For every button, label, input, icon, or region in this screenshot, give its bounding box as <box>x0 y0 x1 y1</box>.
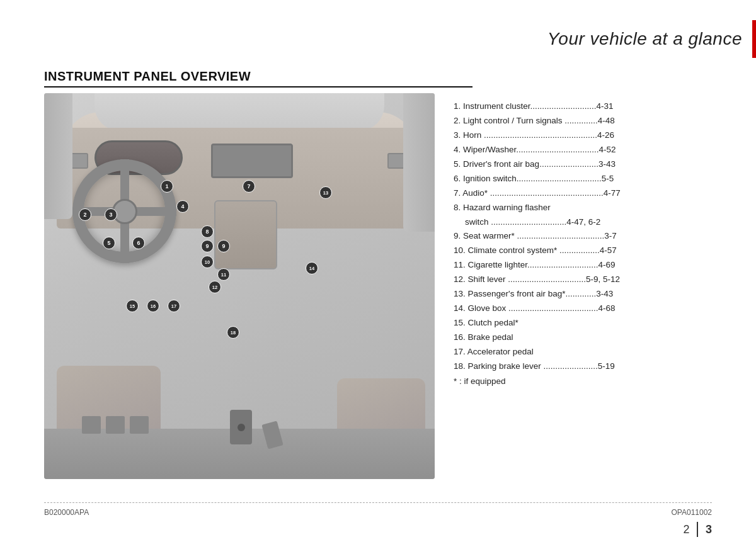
footnote: * : if equipped <box>454 376 712 386</box>
gear-shift <box>230 410 252 444</box>
item-2: 2. Light control / Turn signals ........… <box>454 114 712 128</box>
num-15: 15 <box>126 300 139 312</box>
num-1: 1 <box>161 180 173 193</box>
center-console <box>214 200 277 269</box>
num-16: 16 <box>147 300 159 312</box>
num-2: 2 <box>79 208 91 221</box>
item-13: 13. Passenger's front air bag*..........… <box>454 287 712 302</box>
item-11: 11. Cigarette lighter...................… <box>454 258 712 273</box>
item-12: 12. Shift lever ........................… <box>454 273 712 287</box>
header-red-bar <box>752 20 756 58</box>
item-10: 10. Climate control system* ............… <box>454 244 712 258</box>
bottom-code-right: OPA011002 <box>672 508 713 517</box>
item-16: 16. Brake pedal <box>454 330 712 345</box>
item-1: 1. Instrument cluster...................… <box>454 99 712 114</box>
pedal-2 <box>106 416 125 434</box>
center-display <box>211 144 293 178</box>
item-8: 8. Hazard warning flasher switch .......… <box>454 201 712 230</box>
num-14: 14 <box>306 262 318 274</box>
item-3: 3. Horn ................................… <box>454 128 712 143</box>
item-17: 17. Accelerator pedal <box>454 345 712 359</box>
num-11: 11 <box>217 268 230 281</box>
pedals-area <box>82 416 195 435</box>
num-5: 5 <box>103 237 115 249</box>
num-4: 4 <box>176 200 189 213</box>
num-10-fix: 10 <box>201 256 214 268</box>
page-separator <box>697 522 698 537</box>
pedal-1 <box>82 416 101 434</box>
page-number-2: 2 <box>683 523 693 536</box>
page-number-3: 3 <box>702 523 712 536</box>
item-15: 15. Clutch pedal* <box>454 316 712 330</box>
num-3: 3 <box>105 208 117 221</box>
item-4: 4. Wiper/Washer.........................… <box>454 143 712 157</box>
shift-knob <box>238 424 245 431</box>
header-title: Your vehicle at a glance <box>547 29 752 54</box>
item-9: 9. Seat warmer* ........................… <box>454 229 712 244</box>
num-7: 7 <box>243 180 255 193</box>
num-9a: 9 <box>201 240 214 252</box>
num-8: 8 <box>201 225 214 238</box>
main-content: 1 2 3 4 5 6 7 8 9 9 10 10 11 12 13 13 14… <box>44 93 712 479</box>
bottom-bar: B020000APA OPA011002 <box>44 502 712 517</box>
num-6: 6 <box>132 237 145 249</box>
item-14: 14. Glove box ..........................… <box>454 302 712 316</box>
bottom-code-left: B020000APA <box>44 508 89 517</box>
item-7: 7. Audio* ..............................… <box>454 186 712 201</box>
item-6: 6. Ignition switch......................… <box>454 172 712 186</box>
illustration: 1 2 3 4 5 6 7 8 9 9 10 10 11 12 13 13 14… <box>44 93 435 479</box>
num-18: 18 <box>227 326 239 339</box>
page-number-block: 2 3 <box>683 522 712 537</box>
num-13-fix: 13 <box>319 186 332 199</box>
item-18: 18. Parking brake lever ................… <box>454 359 712 374</box>
num-9b: 9 <box>217 240 230 252</box>
pedal-3 <box>130 416 149 434</box>
item-5: 5. Driver's front air bag...............… <box>454 157 712 172</box>
header-title-block: Your vehicle at a glance <box>547 20 756 63</box>
num-12: 12 <box>209 281 221 293</box>
windshield <box>94 93 384 131</box>
num-17: 17 <box>168 300 180 312</box>
info-list: 1. Instrument cluster...................… <box>454 93 712 479</box>
header: Your vehicle at a glance <box>0 0 756 63</box>
section-title: INSTRUMENT PANEL OVERVIEW <box>44 69 472 88</box>
a-pillar-right <box>403 93 435 232</box>
instrument-panel-image: 1 2 3 4 5 6 7 8 9 9 10 10 11 12 13 13 14… <box>44 93 435 479</box>
a-pillar-left <box>44 93 72 219</box>
